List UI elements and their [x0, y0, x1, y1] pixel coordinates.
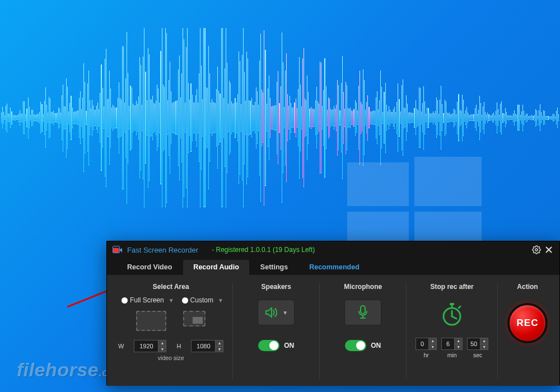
tab-record-audio[interactable]: Record Audio	[183, 260, 249, 275]
hours-down[interactable]: ▼	[428, 344, 436, 350]
stopwatch-icon	[436, 298, 468, 330]
width-step-up[interactable]: ▲	[158, 340, 166, 347]
stop-after-heading: Stop rec after	[430, 283, 473, 291]
chevron-down-icon: ▼	[282, 310, 288, 316]
select-area-heading: Select Area	[153, 283, 189, 291]
action-heading: Action	[517, 283, 538, 291]
app-title: Fast Screen Recorder	[127, 246, 198, 254]
radio-custom-label: Custom	[190, 296, 213, 304]
svg-line-13	[452, 316, 456, 319]
minutes-up[interactable]: ▲	[454, 338, 462, 344]
microphone-heading: Microphone	[344, 283, 382, 291]
app-logo-icon	[113, 245, 123, 254]
close-icon[interactable]	[543, 244, 555, 256]
width-step-down[interactable]: ▼	[158, 347, 166, 352]
svg-rect-3	[113, 248, 119, 253]
section-speakers: Speakers ▼ ON	[237, 281, 315, 381]
seconds-input[interactable]: ▲▼	[467, 338, 488, 350]
speakers-heading: Speakers	[262, 283, 291, 291]
app-window: Fast Screen Recorder - Registered 1.0.0.…	[106, 241, 560, 385]
width-input-field[interactable]	[134, 340, 158, 352]
tab-recommended[interactable]: Recommended	[299, 260, 370, 275]
height-step-up[interactable]: ▲	[215, 340, 223, 347]
tab-bar: Record Video Record Audio Settings Recom…	[107, 258, 559, 275]
svg-rect-10	[450, 303, 454, 305]
tab-settings[interactable]: Settings	[250, 260, 298, 275]
speakers-toggle-label: ON	[284, 342, 294, 349]
hours-field[interactable]	[416, 338, 428, 349]
radio-full-screen[interactable]: Full Screen▼	[122, 296, 174, 304]
width-label: W	[118, 343, 124, 349]
microphone-toggle-label: ON	[371, 342, 381, 349]
titlebar[interactable]: Fast Screen Recorder - Registered 1.0.0.…	[107, 241, 559, 258]
seconds-down[interactable]: ▼	[480, 344, 488, 350]
minutes-unit-label: min	[447, 352, 457, 358]
svg-point-5	[535, 249, 538, 251]
record-button-label: REC	[517, 318, 539, 329]
minutes-input[interactable]: ▲▼	[441, 338, 463, 350]
microphone-toggle[interactable]: ON	[345, 340, 381, 351]
seconds-unit-label: sec	[473, 352, 482, 358]
watermark-name: filehorse	[17, 359, 99, 380]
speakers-device-button[interactable]: ▼	[258, 300, 295, 325]
settings-gear-icon[interactable]	[530, 244, 543, 256]
microphone-icon	[356, 305, 370, 320]
custom-preview-icon[interactable]	[183, 311, 206, 326]
height-input-field[interactable]	[192, 340, 215, 352]
microphone-device-button[interactable]	[344, 300, 381, 325]
chevron-down-icon[interactable]: ▼	[218, 297, 223, 304]
hours-unit-label: hr	[423, 352, 428, 358]
video-size-label: video size	[158, 354, 184, 361]
record-button[interactable]: REC	[507, 303, 548, 343]
section-select-area: Select Area Full Screen▼ Custom▼ W ▲▼	[114, 281, 228, 381]
hours-input[interactable]: ▲▼	[416, 338, 437, 350]
speakers-toggle[interactable]: ON	[258, 340, 294, 351]
hours-up[interactable]: ▲	[428, 338, 436, 344]
svg-line-14	[459, 306, 460, 308]
speaker-icon	[264, 306, 279, 319]
chevron-down-icon[interactable]: ▼	[169, 297, 174, 304]
tab-record-video[interactable]: Record Video	[117, 260, 182, 275]
fullscreen-preview-icon[interactable]	[136, 311, 166, 331]
main-panel: Select Area Full Screen▼ Custom▼ W ▲▼	[107, 275, 559, 386]
radio-custom[interactable]: Custom▼	[182, 296, 223, 304]
height-step-down[interactable]: ▼	[215, 347, 223, 352]
minutes-down[interactable]: ▼	[454, 344, 462, 350]
height-label: H	[176, 343, 181, 349]
section-microphone: Microphone ON	[324, 281, 402, 381]
seconds-up[interactable]: ▲	[480, 338, 488, 344]
svg-rect-8	[361, 306, 365, 314]
section-stop-after: Stop rec after ▲▼ hr ▲▼ min ▲▼ sec	[411, 281, 493, 381]
section-action: Action REC	[502, 281, 553, 381]
minutes-field[interactable]	[442, 338, 454, 349]
registration-status: - Registered 1.0.0.1 (19 Days Left)	[212, 246, 315, 254]
height-input[interactable]: ▲▼	[191, 340, 223, 352]
seconds-field[interactable]	[468, 338, 480, 349]
width-input[interactable]: ▲▼	[134, 340, 166, 352]
radio-full-screen-label: Full Screen	[130, 296, 164, 304]
